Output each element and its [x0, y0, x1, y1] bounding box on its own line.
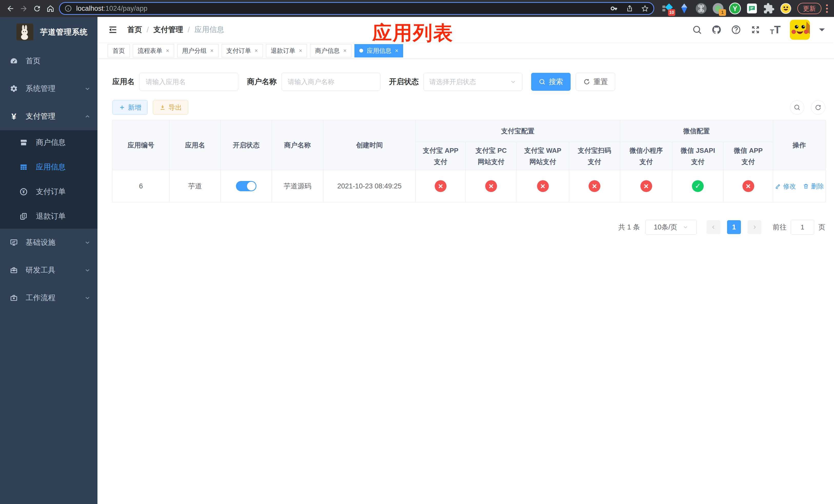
col-app-id: 应用编号 [113, 120, 170, 170]
close-icon[interactable]: × [343, 48, 347, 53]
browser-forward-button[interactable] [17, 2, 30, 15]
briefcase-icon [10, 294, 18, 302]
sidebar-logo[interactable]: 芋道管理系统 [0, 17, 97, 47]
sidebar-item-label: 应用信息 [36, 162, 66, 172]
extension-badge: 1 [719, 9, 726, 16]
sidebar-item-pay-orders[interactable]: ¥ 支付订单 [0, 180, 97, 204]
sidebar-item-workflow[interactable]: 工作流程 [0, 284, 97, 312]
password-key-icon[interactable] [610, 5, 618, 12]
extensions-puzzle-icon[interactable] [763, 3, 775, 14]
extension-blue-diamond-icon[interactable]: 10 [661, 3, 673, 14]
col-alipay-pc: 支付宝 PC 网站支付 [466, 142, 517, 170]
tab-label: 支付订单 [226, 47, 251, 55]
alipay-qr-status-badge[interactable] [589, 180, 600, 192]
next-page-button[interactable] [748, 220, 762, 234]
address-bar[interactable]: localhost:1024/pay/app [59, 2, 654, 15]
browser-profile-avatar[interactable] [780, 3, 792, 14]
caret-down-icon[interactable] [819, 28, 825, 34]
sidebar-item-infrastructure[interactable]: 基础设施 [0, 229, 97, 256]
tab-refund-orders[interactable]: 退款订单× [266, 44, 307, 58]
close-icon[interactable]: × [299, 48, 302, 53]
add-button[interactable]: 新增 [112, 100, 148, 115]
tab-home[interactable]: 首页 [108, 44, 130, 58]
sidebar-collapse-icon[interactable] [108, 25, 118, 35]
header-search-icon[interactable] [692, 25, 702, 35]
browser-menu-icon[interactable] [824, 4, 830, 13]
toggle-search-button[interactable] [790, 100, 804, 115]
extension-gem-icon[interactable] [678, 3, 690, 14]
merchant-name-input[interactable] [281, 73, 380, 91]
sidebar-item-system[interactable]: 系统管理 [0, 75, 97, 102]
extension-recorder-icon[interactable]: 1 [712, 3, 724, 14]
extension-chat-icon[interactable] [746, 3, 758, 14]
browser-reload-button[interactable] [30, 2, 44, 15]
breadcrumb: 首页 / 支付管理 / 应用信息 [127, 25, 224, 35]
font-size-icon[interactable]: TT [770, 24, 781, 35]
refresh-table-button[interactable] [811, 100, 825, 115]
chevron-down-icon [84, 239, 91, 246]
user-avatar[interactable] [790, 20, 810, 40]
status-select[interactable]: 请选择开启状态 [423, 73, 522, 91]
tab-label: 应用信息 [367, 47, 391, 55]
sidebar-item-home[interactable]: 首页 [0, 47, 97, 75]
share-icon[interactable] [626, 5, 633, 12]
close-icon[interactable]: × [166, 48, 169, 53]
status-toggle[interactable] [236, 181, 257, 191]
alipay-app-status-badge[interactable] [435, 180, 446, 192]
browser-update-button[interactable]: 更新 [797, 3, 821, 14]
app-name-label: 应用名 [112, 77, 135, 87]
svg-text:Y: Y [733, 5, 737, 13]
bookmark-star-icon[interactable] [641, 5, 649, 12]
col-status: 开启状态 [221, 120, 272, 170]
wx-mini-status-badge[interactable] [640, 180, 652, 192]
sidebar-item-dev-tools[interactable]: 研发工具 [0, 256, 97, 284]
apps-table: 应用编号 应用名 开启状态 商户名称 创建时间 支付宝配置 微信配置 操作 支付… [112, 120, 825, 202]
page-annotation-title: 应用列表 [372, 20, 454, 46]
breadcrumb-payment[interactable]: 支付管理 [153, 25, 183, 35]
alipay-wap-status-badge[interactable] [537, 180, 549, 192]
export-button[interactable]: 导出 [153, 100, 188, 115]
app-name-input[interactable] [139, 73, 238, 91]
wx-app-status-badge[interactable] [743, 180, 754, 192]
col-alipay-app: 支付宝 APP 支付 [416, 142, 466, 170]
sidebar-item-label: 首页 [26, 56, 41, 66]
tab-label: 首页 [113, 47, 125, 55]
reset-button[interactable]: 重置 [576, 73, 615, 91]
prev-page-button[interactable] [706, 220, 720, 234]
wx-jsapi-status-badge[interactable] [692, 180, 704, 192]
alipay-pc-status-badge[interactable] [485, 180, 497, 192]
sidebar-item-label: 商户信息 [36, 137, 66, 148]
breadcrumb-current: 应用信息 [194, 25, 224, 35]
tab-label: 用户分组 [182, 47, 207, 55]
breadcrumb-home[interactable]: 首页 [127, 25, 142, 35]
tab-user-group[interactable]: 用户分组× [177, 44, 219, 58]
github-icon[interactable] [711, 25, 722, 35]
tab-process-form[interactable]: 流程表单× [133, 44, 174, 58]
close-icon[interactable]: × [210, 48, 214, 53]
extension-command-icon[interactable] [695, 3, 707, 14]
fullscreen-icon[interactable] [750, 25, 761, 35]
tab-merchant-info[interactable]: 商户信息× [310, 44, 351, 58]
browser-home-button[interactable] [44, 2, 57, 15]
tab-pay-orders[interactable]: 支付订单× [222, 44, 263, 58]
close-icon[interactable]: × [255, 48, 258, 53]
group-wechat-config: 微信配置 [620, 120, 773, 142]
browser-back-button[interactable] [4, 2, 17, 15]
search-button[interactable]: 搜索 [531, 73, 571, 91]
toolbox-icon [10, 266, 18, 274]
edit-link[interactable]: 修改 [775, 182, 796, 190]
sidebar-item-refund-orders[interactable]: 退款订单 [0, 204, 97, 229]
edit-label: 修改 [783, 182, 796, 190]
sidebar-item-merchant-info[interactable]: 商户信息 [0, 130, 97, 155]
yen-icon: ¥ [10, 112, 18, 121]
site-info-icon[interactable] [64, 5, 72, 12]
sidebar-item-app-info[interactable]: 应用信息 [0, 155, 97, 180]
page-size-select[interactable]: 10条/页 [645, 220, 697, 234]
extension-y-icon[interactable]: Y [729, 3, 741, 14]
page-number-button[interactable]: 1 [727, 220, 741, 234]
goto-page-input[interactable] [791, 220, 814, 234]
delete-link[interactable]: 删除 [803, 182, 824, 190]
sidebar-item-payment[interactable]: ¥ 支付管理 [0, 102, 97, 130]
help-icon[interactable] [731, 25, 741, 35]
close-icon[interactable]: × [395, 48, 398, 53]
